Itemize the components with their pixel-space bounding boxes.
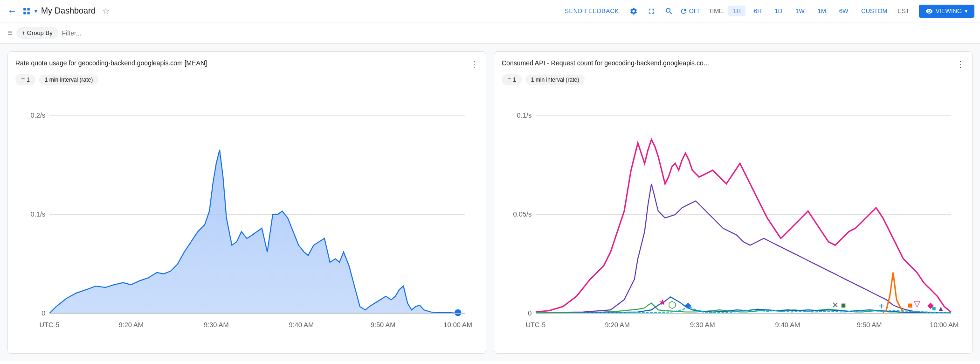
chart-badges-2: ≡ 1 1 min interval (rate): [502, 74, 965, 85]
time-6w-button[interactable]: 6W: [835, 6, 853, 16]
svg-text:+: +: [879, 301, 884, 311]
time-6h-button[interactable]: 6H: [749, 6, 766, 16]
svg-text:UTC-5: UTC-5: [526, 321, 546, 329]
filter-bar: ≡ + Group By: [0, 22, 980, 44]
svg-text:■: ■: [841, 301, 846, 310]
svg-text:0: 0: [41, 309, 45, 317]
svg-text:■: ■: [908, 301, 913, 310]
time-1d-button[interactable]: 1D: [770, 6, 787, 16]
time-1w-button[interactable]: 1W: [791, 6, 809, 16]
chart-title-1: Rate quota usage for geocoding-backend.g…: [15, 59, 466, 67]
main-content: Rate quota usage for geocoding-backend.g…: [0, 44, 980, 361]
chart-card-2: Consumed API - Request count for geocodi…: [494, 51, 973, 354]
chart-interval-badge-2[interactable]: 1 min interval (rate): [525, 75, 585, 85]
filter-input[interactable]: [62, 29, 973, 37]
svg-point-10: [455, 309, 462, 316]
svg-text:0.1/s: 0.1/s: [31, 210, 46, 218]
chart-header-1: Rate quota usage for geocoding-backend.g…: [15, 59, 478, 70]
svg-text:◆: ◆: [685, 301, 691, 310]
fullscreen-icon[interactable]: [644, 4, 658, 18]
svg-text:9:50 AM: 9:50 AM: [857, 321, 882, 329]
back-button[interactable]: ←: [6, 4, 19, 18]
svg-rect-3: [28, 12, 30, 14]
svg-text:0: 0: [528, 309, 531, 317]
time-label: TIME:: [709, 7, 725, 14]
svg-text:■: ■: [932, 305, 936, 312]
viewing-button[interactable]: VIEWING ▾: [919, 5, 974, 18]
chart-interval-badge-1[interactable]: 1 min interval (rate): [39, 75, 98, 85]
time-1m-button[interactable]: 1M: [813, 6, 831, 16]
top-nav: ← ▾ My Dashboard ☆ SEND FEEDBACK OFF TIM…: [0, 0, 980, 22]
refresh-label: OFF: [689, 7, 701, 14]
send-feedback-button[interactable]: SEND FEEDBACK: [561, 7, 622, 14]
svg-text:9:20 AM: 9:20 AM: [605, 321, 630, 329]
badge-count-1: 1: [27, 77, 30, 83]
svg-text:▽: ▽: [914, 299, 920, 308]
chart-menu-icon-1[interactable]: ⋮: [470, 59, 478, 70]
svg-text:⬡: ⬡: [668, 299, 676, 310]
svg-rect-0: [23, 8, 26, 10]
chart-svg-1: 0.2/s 0.1/s 0 UTC-5 9:20 AM: [15, 90, 478, 346]
chart-badges-1: ≡ 1 1 min interval (rate): [15, 74, 478, 85]
svg-text:9:40 AM: 9:40 AM: [775, 321, 801, 329]
svg-text:10:00 AM: 10:00 AM: [930, 321, 959, 329]
chart-menu-icon-2[interactable]: ⋮: [956, 59, 965, 70]
filter-icon-2: ≡: [507, 76, 511, 84]
svg-text:9:40 AM: 9:40 AM: [289, 321, 314, 329]
chart-svg-2: 0.1/s 0.05/s 0 ★ ⬡: [502, 90, 965, 346]
viewing-dropdown-icon: ▾: [965, 7, 968, 14]
badge-count-2: 1: [513, 77, 516, 83]
viewing-label: VIEWING: [936, 7, 962, 14]
svg-text:9:20 AM: 9:20 AM: [118, 321, 144, 329]
svg-rect-1: [28, 8, 30, 10]
chart-filter-badge-1[interactable]: ≡ 1: [15, 74, 35, 85]
star-icon[interactable]: ☆: [102, 6, 110, 16]
search-icon[interactable]: [662, 4, 676, 18]
settings-icon[interactable]: [627, 4, 641, 18]
svg-text:10:00 AM: 10:00 AM: [443, 321, 472, 329]
svg-text:✕: ✕: [832, 301, 839, 310]
grid-dropdown-icon[interactable]: ▾: [35, 8, 37, 14]
svg-rect-2: [23, 12, 26, 14]
svg-text:0.05/s: 0.05/s: [513, 210, 531, 218]
page-title: My Dashboard: [41, 6, 96, 16]
svg-text:★: ★: [659, 298, 666, 307]
timezone-label: EST: [897, 7, 909, 14]
svg-text:9:30 AM: 9:30 AM: [204, 321, 229, 329]
chart-filter-badge-2[interactable]: ≡ 1: [502, 74, 522, 85]
interval-label-2: 1 min interval (rate): [531, 77, 579, 83]
chart-title-2: Consumed API - Request count for geocodi…: [502, 59, 952, 67]
svg-text:0.1/s: 0.1/s: [517, 112, 532, 119]
group-by-label: + Group By: [22, 29, 53, 36]
svg-text:9:30 AM: 9:30 AM: [690, 321, 715, 329]
filter-icon-1: ≡: [21, 76, 25, 84]
chart-card-1: Rate quota usage for geocoding-backend.g…: [7, 51, 486, 354]
chart-header-2: Consumed API - Request count for geocodi…: [502, 59, 965, 70]
time-custom-button[interactable]: CUSTOM: [856, 6, 892, 16]
svg-text:0.2/s: 0.2/s: [31, 112, 46, 119]
svg-text:▲: ▲: [938, 305, 944, 312]
svg-text:UTC-5: UTC-5: [40, 321, 60, 329]
group-by-button[interactable]: + Group By: [16, 27, 58, 39]
time-1h-button[interactable]: 1H: [728, 6, 745, 16]
svg-text:9:50 AM: 9:50 AM: [371, 321, 396, 329]
grid-icon[interactable]: [22, 7, 31, 15]
refresh-group[interactable]: OFF: [680, 7, 701, 15]
hamburger-icon[interactable]: ≡: [7, 28, 13, 38]
interval-label-1: 1 min interval (rate): [45, 77, 93, 83]
